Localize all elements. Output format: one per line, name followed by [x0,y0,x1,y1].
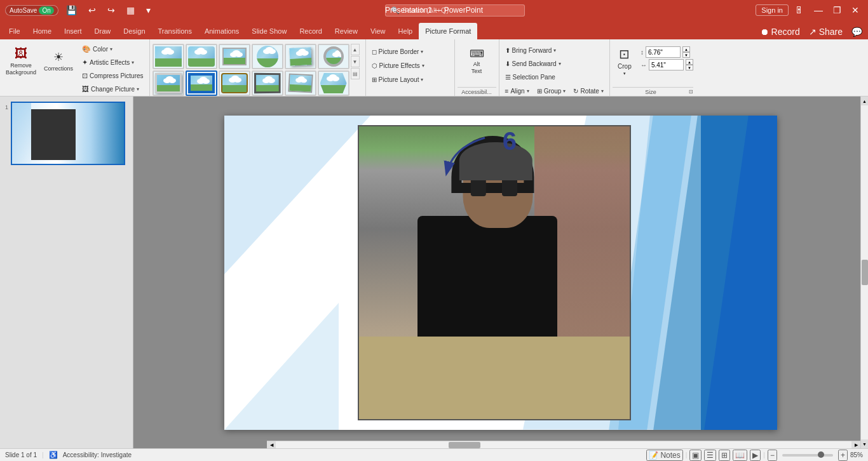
tab-bar: File Home Insert Draw Design Transitions… [0,20,868,39]
tab-transitions[interactable]: Transitions [152,23,198,39]
tab-slideshow[interactable]: Slide Show [245,23,293,39]
normal-view-button[interactable]: ▣ [689,450,702,461]
style-2[interactable] [186,44,217,69]
sign-in-button[interactable]: Sign in [756,4,789,16]
selection-pane-button[interactable]: ☰ Selection Pane [502,70,585,83]
compress-pictures-button[interactable]: ⊡ Compress Pictures [79,69,146,82]
slide-canvas[interactable]: 6 [224,116,777,430]
tab-design[interactable]: Design [117,23,151,39]
autosave-toggle[interactable]: On [39,6,53,15]
presenter-view-button[interactable]: ▶ [750,450,761,461]
style-12[interactable] [318,70,349,96]
slide-sorter-button[interactable]: ⊞ [719,450,730,461]
tab-animations[interactable]: Animations [198,23,245,39]
accessibility-content: ⌨ AltText [458,41,496,87]
close-button[interactable]: ✕ [848,4,863,16]
slide-thumbnail[interactable] [11,102,125,165]
rotate-button[interactable]: ↻ Rotate ▾ [570,84,606,97]
style-3[interactable] [219,44,250,69]
tab-review[interactable]: Review [329,23,364,39]
accessibility-status[interactable]: Accessibility: Investigate [63,451,132,458]
tab-help[interactable]: Help [392,23,419,39]
outline-view-button[interactable]: ☰ [704,450,716,461]
slide-panel[interactable]: 1 [0,97,133,448]
style-1[interactable] [153,44,184,69]
scroll-down-button[interactable]: ▼ [861,439,869,448]
group-button[interactable]: ⊞ Group ▾ [534,84,569,97]
bring-forward-icon: ⬆ [505,47,510,54]
scroll-right-button[interactable]: ▶ [851,441,860,449]
tab-draw[interactable]: Draw [88,23,118,39]
share-icon[interactable]: ↗ Share [806,25,846,38]
size-launcher-icon[interactable]: ⊡ [689,89,693,95]
crop-button[interactable]: ⊡ Crop ▾ [613,41,637,81]
ribbon-display-button[interactable]: 🎚 [791,4,808,16]
change-picture-button[interactable]: 🖼 Change Picture ▾ [79,83,146,95]
scroll-bar-bottom[interactable]: ◀ ▶ [267,441,860,448]
minimize-button[interactable]: — [810,4,827,16]
picture-effects-button[interactable]: ⬡ Picture Effects ▾ [369,59,451,72]
style-5[interactable] [285,44,316,69]
artistic-effects-button[interactable]: ✦ Artistic Effects ▾ [79,56,146,69]
scroll-up-button[interactable]: ▲ [861,97,869,105]
search-input[interactable] [402,6,510,14]
redo-button[interactable]: ↪ [104,4,119,16]
remove-background-button[interactable]: 🖼 RemoveBackground [3,41,39,81]
title-bar-center: 🔍 [385,4,525,17]
alt-text-button[interactable]: ⌨ AltText [459,41,494,81]
annotation-number: 6 [503,128,517,154]
tab-file[interactable]: File [3,23,27,39]
comments-icon[interactable]: 💬 [848,25,865,38]
style-11[interactable] [285,70,316,96]
width-down-button[interactable]: ▼ [686,65,693,70]
picture-border-button[interactable]: ◻ Picture Border ▾ [369,45,451,58]
autosave-badge[interactable]: AutoSave On [5,5,58,16]
tab-record[interactable]: Record [293,23,328,39]
record-icon[interactable]: ⏺ Record [757,25,803,38]
save-button[interactable]: 💾 [62,4,81,16]
reading-view-button[interactable]: 📖 [733,450,747,461]
width-icon: ↔ [641,62,647,69]
undo-button[interactable]: ↩ [85,4,100,16]
style-4[interactable] [252,44,283,69]
bring-forward-button[interactable]: ⬆ Bring Forward ▾ [502,44,585,57]
height-down-button[interactable]: ▼ [682,52,690,58]
gallery-scroll-up[interactable]: ▲ [351,44,360,55]
width-up-button[interactable]: ▲ [686,59,693,65]
gallery-more[interactable]: ▤ [351,68,360,79]
zoom-level[interactable]: 85% [850,451,863,458]
notes-button[interactable]: 📝 Notes [646,450,683,461]
style-6[interactable] [318,44,349,69]
align-button[interactable]: ≡ Align ▾ [502,84,532,97]
scroll-thumb[interactable] [862,260,868,285]
send-backward-button[interactable]: ⬇ Send Backward ▾ [502,57,585,70]
scroll-thumb-h[interactable] [449,442,480,448]
corrections-button[interactable]: ☀ Corrections [41,41,76,81]
main-content: 1 ▲ ▼ [0,97,868,448]
status-right: 📝 Notes | ▣ ☰ ⊞ 📖 ▶ | − + 85% [646,450,863,461]
gallery-scroll-down[interactable]: ▼ [351,56,360,67]
tab-home[interactable]: Home [27,23,58,39]
zoom-in-button[interactable]: + [838,450,848,461]
customize-button[interactable]: ▾ [142,4,154,16]
restore-button[interactable]: ❐ [829,4,845,16]
tab-view[interactable]: View [364,23,392,39]
height-input[interactable] [646,46,681,58]
scroll-bar-right[interactable]: ▲ ▼ [860,97,868,448]
width-input[interactable] [649,59,684,70]
scroll-left-button[interactable]: ◀ [267,441,276,449]
style-7[interactable] [153,70,184,96]
zoom-out-button[interactable]: − [768,450,777,461]
present-button[interactable]: ▦ [123,4,139,16]
search-box[interactable]: 🔍 [385,4,525,17]
tab-picture-format[interactable]: Picture Format [419,23,477,39]
style-8-selected[interactable] [186,70,217,96]
style-9[interactable] [219,70,250,96]
picture-layout-button[interactable]: ⊞ Picture Layout ▾ [369,73,451,86]
zoom-slider[interactable] [782,454,833,457]
gallery-row-1 [153,44,349,69]
color-button[interactable]: 🎨 Color ▾ [79,43,146,55]
height-up-button[interactable]: ▲ [682,46,690,52]
style-10[interactable] [252,70,283,96]
tab-insert[interactable]: Insert [58,23,88,39]
